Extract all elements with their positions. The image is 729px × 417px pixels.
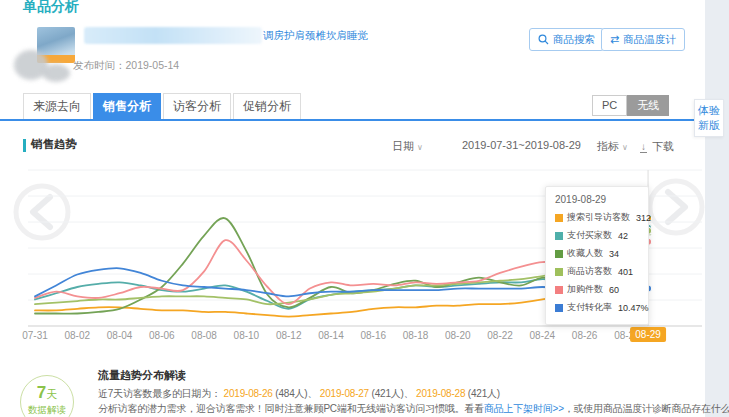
badge-caption: 数据解读 bbox=[21, 404, 73, 417]
single-product-analysis-page: 单品分析 调房护肩颈椎坎肩睡觉 发布时间：2019-05-14 商品搜索 ⇄ 商… bbox=[0, 0, 729, 417]
section-marker bbox=[23, 139, 26, 152]
tab-source-destination[interactable]: 来源去向 bbox=[23, 93, 91, 120]
product-title-redacted bbox=[84, 27, 262, 44]
interpretation-line1: 近7天访客数最多的日期为： 2019-08-26 (484人)、 2019-08… bbox=[98, 387, 500, 401]
prev-arrow[interactable] bbox=[16, 186, 68, 238]
series-color-swatch bbox=[555, 250, 563, 258]
tooltip-row: 支付买家数42 bbox=[555, 229, 639, 242]
tab-sales-analysis[interactable]: 销售分析 bbox=[93, 93, 161, 120]
top-date-2-count: (421人)、 bbox=[369, 388, 416, 399]
tooltip-series-label: 加购件数 bbox=[567, 283, 603, 296]
next-arrow[interactable] bbox=[650, 181, 702, 233]
series-color-swatch bbox=[555, 214, 563, 222]
date-range-value: 2019-07-31~2019-08-29 bbox=[462, 139, 581, 151]
tooltip-series-label: 商品访客数 bbox=[567, 265, 612, 278]
x-axis-tick: 07-31 bbox=[22, 330, 48, 341]
chart-x-axis: 07-3108-0208-0408-0608-0808-1008-1208-14… bbox=[22, 326, 702, 342]
tooltip-row: 收藏人数34 bbox=[555, 247, 639, 260]
date-dropdown[interactable]: 日期 ∨ bbox=[392, 139, 423, 154]
chart-tooltip: 2019-08-29 搜索引导访客数312支付买家数42收藏人数34商品访客数4… bbox=[545, 186, 649, 325]
download-label: 下载 bbox=[652, 140, 674, 152]
tooltip-series-value: 34 bbox=[609, 249, 619, 259]
series-color-swatch bbox=[555, 304, 563, 312]
x-axis-tick: 08-08 bbox=[191, 330, 217, 341]
top-date-3-count: (421人) bbox=[465, 388, 500, 399]
analysis-tabs: 来源去向 销售分析 访客分析 促销分析 bbox=[23, 93, 303, 120]
chevron-down-icon: ∨ bbox=[417, 143, 423, 152]
x-axis-tick: 08-02 bbox=[64, 330, 90, 341]
tooltip-row: 搜索引导访客数312 bbox=[555, 211, 639, 224]
x-axis-tick: 08-16 bbox=[360, 330, 386, 341]
product-thermometer-button[interactable]: ⇄ 商品温度计 bbox=[601, 28, 685, 51]
tooltip-date: 2019-08-29 bbox=[555, 194, 639, 205]
tooltip-series-value: 401 bbox=[618, 267, 633, 277]
try-new-version-link[interactable]: 体验 新版 bbox=[694, 99, 724, 137]
tooltip-series-label: 搜索引导访客数 bbox=[567, 211, 630, 224]
sales-trend-title: 销售趋势 bbox=[31, 137, 77, 152]
x-axis-tick: 08-04 bbox=[107, 330, 133, 341]
series-color-swatch bbox=[555, 268, 563, 276]
download-icon: ↓ bbox=[640, 142, 647, 153]
line2-text: ，或使用商品温度计诊断商品存在什么问题吧。 bbox=[564, 403, 729, 414]
metric-dropdown[interactable]: 指标 ∨ bbox=[597, 139, 628, 154]
product-search-label: 商品搜索 bbox=[553, 29, 595, 50]
tooltip-series-value: 60 bbox=[609, 285, 619, 295]
product-search-button[interactable]: 商品搜索 bbox=[529, 28, 604, 51]
interpretation-line2: 分析访客的潜力需求，迎合访客需求！同时注意兼顾PC端和无线端访客访问习惯哦。看看… bbox=[98, 402, 729, 416]
new-version-line1: 体验 bbox=[698, 104, 720, 116]
top-date-1-count: (484人)、 bbox=[273, 388, 320, 399]
series-color-swatch bbox=[555, 286, 563, 294]
product-thermometer-label: 商品温度计 bbox=[623, 29, 676, 50]
download-button[interactable]: ↓ 下载 bbox=[640, 139, 674, 154]
tooltip-series-label: 支付买家数 bbox=[567, 229, 612, 242]
line2-text: 分析访客的潜力需求，迎合访客需求！同时注意兼顾PC端和无线端访客访问习惯哦。看看 bbox=[98, 403, 484, 414]
metric-dropdown-label: 指标 bbox=[597, 140, 619, 152]
x-axis-tick: 08-24 bbox=[530, 330, 556, 341]
x-axis-tick: 08-12 bbox=[276, 330, 302, 341]
tooltip-series-value: 42 bbox=[618, 231, 628, 241]
x-axis-tick: 08-10 bbox=[234, 330, 260, 341]
tooltip-series-label: 支付转化率 bbox=[567, 301, 612, 314]
tab-promotion-analysis[interactable]: 促销分析 bbox=[233, 93, 301, 120]
x-axis-tick: 08-26 bbox=[572, 330, 598, 341]
search-icon bbox=[538, 34, 549, 45]
x-axis-tick: 08-20 bbox=[445, 330, 471, 341]
tabs-underline bbox=[0, 119, 706, 121]
toggle-wireless[interactable]: 无线 bbox=[627, 95, 669, 116]
chevron-down-icon: ∨ bbox=[622, 143, 628, 152]
right-scroll-strip[interactable] bbox=[705, 0, 729, 417]
top-date-2: 2019-08-27 bbox=[320, 388, 369, 399]
device-toggle: PC 无线 bbox=[592, 95, 669, 116]
tooltip-series-value: 10.47% bbox=[618, 303, 649, 313]
tooltip-series-value: 312 bbox=[636, 213, 651, 223]
product-title-link[interactable]: 调房护肩颈椎坎肩睡觉 bbox=[263, 29, 368, 43]
x-axis-tick: 08-14 bbox=[318, 330, 344, 341]
x-axis-tick: 08-22 bbox=[487, 330, 513, 341]
interpretation-title: 流量趋势分布解读 bbox=[98, 368, 186, 383]
shelf-time-link[interactable]: 商品上下架时间>> bbox=[484, 403, 564, 414]
tooltip-series-label: 收藏人数 bbox=[567, 247, 603, 260]
line1-prefix: 近7天访客数最多的日期为： bbox=[98, 388, 221, 399]
top-date-1: 2019-08-26 bbox=[224, 388, 273, 399]
tooltip-rows: 搜索引导访客数312支付买家数42收藏人数34商品访客数401加购件数60支付转… bbox=[555, 211, 639, 314]
thermometer-icon: ⇄ bbox=[610, 29, 619, 50]
x-axis-tick: 08-06 bbox=[149, 330, 175, 341]
tooltip-row: 商品访客数401 bbox=[555, 265, 639, 278]
page-title: 单品分析 bbox=[23, 0, 79, 16]
new-version-line2: 新版 bbox=[698, 119, 720, 131]
tooltip-row: 支付转化率10.47% bbox=[555, 301, 639, 314]
tab-visitor-analysis[interactable]: 访客分析 bbox=[163, 93, 231, 120]
highlighted-x-tick: 08-29 bbox=[635, 329, 661, 340]
data-interpretation-badge: 7天 数据解读 bbox=[20, 375, 74, 417]
badge-days: 7天 bbox=[21, 383, 73, 403]
date-dropdown-label: 日期 bbox=[392, 140, 414, 152]
top-date-3: 2019-08-28 bbox=[416, 388, 465, 399]
toggle-pc[interactable]: PC bbox=[592, 95, 627, 116]
series-color-swatch bbox=[555, 232, 563, 240]
publish-time-label: 发布时间：2019-05-14 bbox=[73, 59, 179, 73]
privacy-blur-blob bbox=[42, 64, 70, 82]
x-axis-tick: 08-18 bbox=[403, 330, 429, 341]
tooltip-row: 加购件数60 bbox=[555, 283, 639, 296]
